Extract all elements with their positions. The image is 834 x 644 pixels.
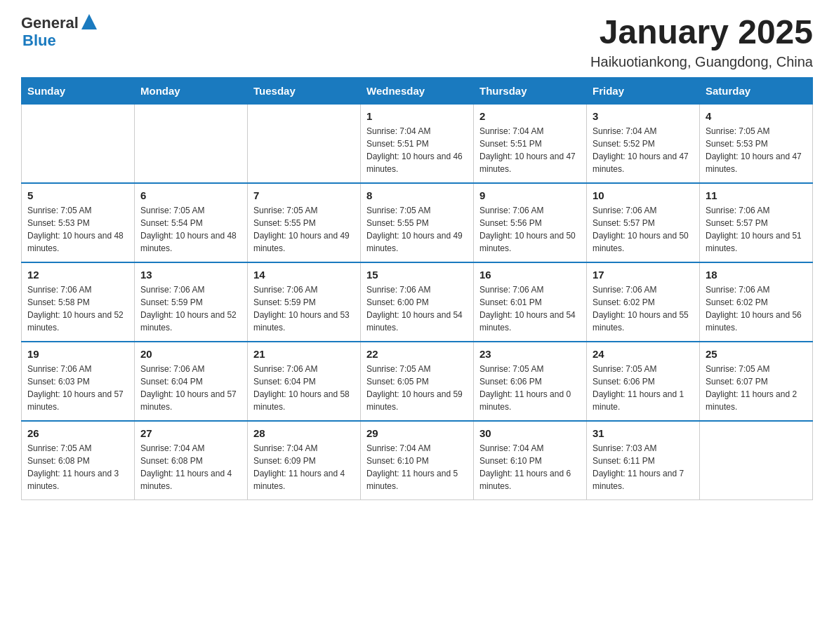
calendar-cell: 21Sunrise: 7:06 AM Sunset: 6:04 PM Dayli… (248, 342, 361, 421)
day-number: 8 (366, 189, 468, 201)
calendar-cell: 29Sunrise: 7:04 AM Sunset: 6:10 PM Dayli… (361, 421, 474, 500)
day-number: 4 (706, 110, 807, 122)
col-header-thursday: Thursday (474, 77, 587, 104)
calendar-cell: 14Sunrise: 7:06 AM Sunset: 5:59 PM Dayli… (248, 262, 361, 342)
day-info: Sunrise: 7:04 AM Sunset: 6:08 PM Dayligh… (140, 442, 241, 492)
calendar-cell (248, 104, 361, 183)
calendar-cell: 31Sunrise: 7:03 AM Sunset: 6:11 PM Dayli… (587, 421, 700, 500)
day-number: 30 (479, 427, 581, 439)
col-header-sunday: Sunday (22, 77, 135, 104)
day-number: 19 (27, 348, 128, 360)
day-number: 6 (140, 189, 241, 201)
calendar-cell: 9Sunrise: 7:06 AM Sunset: 5:56 PM Daylig… (474, 183, 587, 262)
day-info: Sunrise: 7:04 AM Sunset: 6:10 PM Dayligh… (366, 442, 468, 492)
day-info: Sunrise: 7:05 AM Sunset: 5:55 PM Dayligh… (253, 204, 355, 255)
calendar-cell (135, 104, 248, 183)
day-info: Sunrise: 7:03 AM Sunset: 6:11 PM Dayligh… (593, 442, 694, 492)
logo-triangle-icon (81, 14, 97, 29)
day-number: 24 (593, 348, 694, 360)
calendar-cell: 18Sunrise: 7:06 AM Sunset: 6:02 PM Dayli… (700, 262, 813, 342)
calendar-cell: 19Sunrise: 7:06 AM Sunset: 6:03 PM Dayli… (22, 342, 135, 421)
day-number: 23 (479, 348, 581, 360)
day-number: 14 (253, 269, 355, 281)
day-info: Sunrise: 7:06 AM Sunset: 6:02 PM Dayligh… (706, 283, 807, 334)
day-number: 20 (140, 348, 241, 360)
page-subtitle: Haikuotiankong, Guangdong, China (590, 54, 813, 70)
day-number: 28 (253, 427, 355, 439)
day-info: Sunrise: 7:04 AM Sunset: 5:51 PM Dayligh… (479, 125, 581, 175)
calendar-cell: 20Sunrise: 7:06 AM Sunset: 6:04 PM Dayli… (135, 342, 248, 421)
calendar-week-row: 19Sunrise: 7:06 AM Sunset: 6:03 PM Dayli… (22, 342, 813, 421)
calendar-week-row: 12Sunrise: 7:06 AM Sunset: 5:58 PM Dayli… (22, 262, 813, 342)
day-number: 29 (366, 427, 468, 439)
svg-marker-0 (81, 14, 97, 29)
col-header-saturday: Saturday (700, 77, 813, 104)
page-title: January 2025 (590, 14, 813, 51)
day-number: 12 (27, 269, 128, 281)
calendar-cell: 3Sunrise: 7:04 AM Sunset: 5:52 PM Daylig… (587, 104, 700, 183)
calendar-header-row: SundayMondayTuesdayWednesdayThursdayFrid… (22, 77, 813, 104)
calendar-cell: 25Sunrise: 7:05 AM Sunset: 6:07 PM Dayli… (700, 342, 813, 421)
calendar-cell: 11Sunrise: 7:06 AM Sunset: 5:57 PM Dayli… (700, 183, 813, 262)
calendar-cell: 30Sunrise: 7:04 AM Sunset: 6:10 PM Dayli… (474, 421, 587, 500)
calendar-cell: 7Sunrise: 7:05 AM Sunset: 5:55 PM Daylig… (248, 183, 361, 262)
day-info: Sunrise: 7:06 AM Sunset: 6:02 PM Dayligh… (593, 283, 694, 334)
day-info: Sunrise: 7:04 AM Sunset: 6:09 PM Dayligh… (253, 442, 355, 492)
calendar-cell (700, 421, 813, 500)
day-number: 27 (140, 427, 241, 439)
day-info: Sunrise: 7:05 AM Sunset: 6:06 PM Dayligh… (479, 363, 581, 413)
day-info: Sunrise: 7:05 AM Sunset: 6:08 PM Dayligh… (27, 442, 128, 492)
day-info: Sunrise: 7:06 AM Sunset: 5:59 PM Dayligh… (253, 283, 355, 334)
calendar-cell: 10Sunrise: 7:06 AM Sunset: 5:57 PM Dayli… (587, 183, 700, 262)
day-number: 16 (479, 269, 581, 281)
calendar-week-row: 26Sunrise: 7:05 AM Sunset: 6:08 PM Dayli… (22, 421, 813, 500)
col-header-tuesday: Tuesday (248, 77, 361, 104)
day-info: Sunrise: 7:06 AM Sunset: 5:58 PM Dayligh… (27, 283, 128, 334)
calendar-cell: 13Sunrise: 7:06 AM Sunset: 5:59 PM Dayli… (135, 262, 248, 342)
day-number: 1 (366, 110, 468, 122)
day-info: Sunrise: 7:05 AM Sunset: 6:07 PM Dayligh… (706, 363, 807, 413)
calendar-cell: 24Sunrise: 7:05 AM Sunset: 6:06 PM Dayli… (587, 342, 700, 421)
calendar-cell: 26Sunrise: 7:05 AM Sunset: 6:08 PM Dayli… (22, 421, 135, 500)
day-number: 22 (366, 348, 468, 360)
logo: General Blue (21, 14, 97, 50)
calendar-cell: 23Sunrise: 7:05 AM Sunset: 6:06 PM Dayli… (474, 342, 587, 421)
day-info: Sunrise: 7:05 AM Sunset: 6:06 PM Dayligh… (593, 363, 694, 413)
calendar-cell (22, 104, 135, 183)
calendar-cell: 27Sunrise: 7:04 AM Sunset: 6:08 PM Dayli… (135, 421, 248, 500)
calendar-cell: 4Sunrise: 7:05 AM Sunset: 5:53 PM Daylig… (700, 104, 813, 183)
day-info: Sunrise: 7:04 AM Sunset: 5:52 PM Dayligh… (593, 125, 694, 175)
day-number: 3 (593, 110, 694, 122)
day-number: 17 (593, 269, 694, 281)
day-info: Sunrise: 7:06 AM Sunset: 6:01 PM Dayligh… (479, 283, 581, 334)
calendar-cell: 1Sunrise: 7:04 AM Sunset: 5:51 PM Daylig… (361, 104, 474, 183)
day-info: Sunrise: 7:06 AM Sunset: 5:57 PM Dayligh… (593, 204, 694, 255)
day-info: Sunrise: 7:05 AM Sunset: 5:54 PM Dayligh… (140, 204, 241, 255)
day-number: 11 (706, 189, 807, 201)
day-info: Sunrise: 7:06 AM Sunset: 6:04 PM Dayligh… (140, 363, 241, 413)
page-header: General Blue January 2025 Haikuotiankong… (21, 14, 813, 70)
col-header-wednesday: Wednesday (361, 77, 474, 104)
day-number: 9 (479, 189, 581, 201)
day-number: 25 (706, 348, 807, 360)
day-number: 10 (593, 189, 694, 201)
logo-blue: Blue (22, 32, 56, 50)
day-info: Sunrise: 7:06 AM Sunset: 5:59 PM Dayligh… (140, 283, 241, 334)
day-info: Sunrise: 7:06 AM Sunset: 6:04 PM Dayligh… (253, 363, 355, 413)
day-info: Sunrise: 7:05 AM Sunset: 5:53 PM Dayligh… (27, 204, 128, 255)
calendar-cell: 15Sunrise: 7:06 AM Sunset: 6:00 PM Dayli… (361, 262, 474, 342)
calendar-cell: 6Sunrise: 7:05 AM Sunset: 5:54 PM Daylig… (135, 183, 248, 262)
day-number: 13 (140, 269, 241, 281)
col-header-friday: Friday (587, 77, 700, 104)
calendar-table: SundayMondayTuesdayWednesdayThursdayFrid… (21, 77, 813, 500)
day-number: 26 (27, 427, 128, 439)
day-info: Sunrise: 7:06 AM Sunset: 6:00 PM Dayligh… (366, 283, 468, 334)
day-info: Sunrise: 7:06 AM Sunset: 5:56 PM Dayligh… (479, 204, 581, 255)
calendar-cell: 8Sunrise: 7:05 AM Sunset: 5:55 PM Daylig… (361, 183, 474, 262)
day-info: Sunrise: 7:04 AM Sunset: 6:10 PM Dayligh… (479, 442, 581, 492)
day-info: Sunrise: 7:05 AM Sunset: 5:53 PM Dayligh… (706, 125, 807, 175)
calendar-cell: 5Sunrise: 7:05 AM Sunset: 5:53 PM Daylig… (22, 183, 135, 262)
day-number: 2 (479, 110, 581, 122)
day-number: 31 (593, 427, 694, 439)
day-number: 7 (253, 189, 355, 201)
